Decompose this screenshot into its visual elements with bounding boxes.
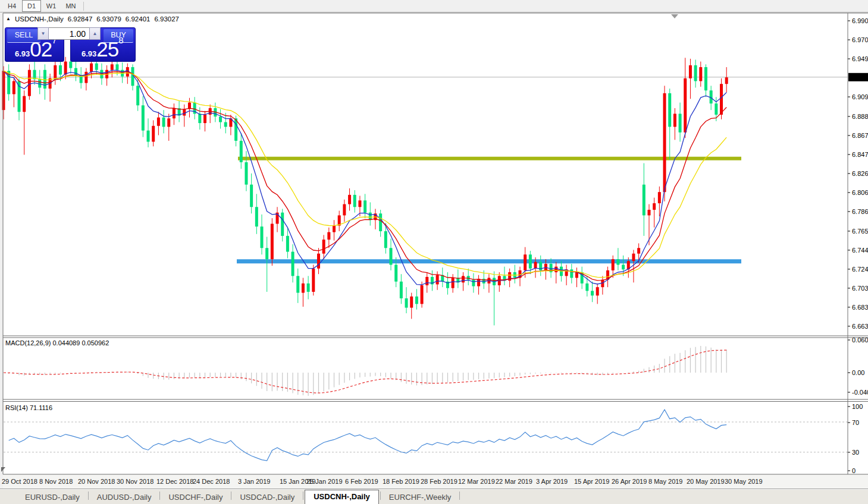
svg-text:-0.04041: -0.04041 — [852, 389, 868, 396]
volume-input[interactable] — [49, 27, 89, 40]
svg-text:RSI(14) 71.1116: RSI(14) 71.1116 — [5, 404, 52, 411]
svg-text:6.90910: 6.90910 — [852, 93, 868, 100]
svg-text:24 Dec 2018: 24 Dec 2018 — [193, 478, 230, 485]
support-hline[interactable] — [237, 259, 741, 263]
volume-control: ▼ ▲ — [37, 27, 101, 40]
sell-price-prefix: 6.93 — [15, 49, 30, 58]
svg-text:3 Apr 2019: 3 Apr 2019 — [536, 478, 568, 485]
svg-text:22 Mar 2019: 22 Mar 2019 — [496, 478, 532, 485]
svg-text:0.06034: 0.06034 — [852, 336, 868, 344]
one-click-trading-widget: SELL 6.93027 BUY 6.93258 ▼ ▲ — [5, 27, 136, 62]
svg-text:29 Oct 2018: 29 Oct 2018 — [2, 478, 37, 485]
svg-text:20 May 2019: 20 May 2019 — [687, 478, 725, 485]
ohlc-close: 6.93027 — [154, 15, 179, 23]
svg-text:0.00: 0.00 — [852, 369, 864, 376]
svg-text:25 Jan 2019: 25 Jan 2019 — [306, 478, 343, 485]
svg-text:6.66310: 6.66310 — [852, 323, 868, 330]
buy-price-prefix: 6.93 — [82, 49, 96, 58]
svg-text:30: 30 — [852, 449, 859, 456]
svg-text:6.97030: 6.97030 — [852, 36, 868, 43]
svg-text:30 May 2019: 30 May 2019 — [725, 478, 763, 485]
svg-text:15 Apr 2019: 15 Apr 2019 — [574, 478, 609, 485]
chart-tab-bar: EURUSD-,DailyAUDUSD-,DailyUSDCHF-,DailyU… — [0, 489, 868, 504]
svg-text:20 Nov 2018: 20 Nov 2018 — [78, 478, 115, 485]
svg-text:8 Nov 2018: 8 Nov 2018 — [39, 478, 73, 485]
svg-text:6.84730: 6.84730 — [852, 151, 868, 158]
svg-text:6 Feb 2019: 6 Feb 2019 — [345, 478, 378, 485]
svg-text:6.68350: 6.68350 — [852, 304, 868, 311]
chart-tab-eurusd[interactable]: EURUSD-,Daily — [18, 491, 87, 504]
macd-label: MACD(12,26,9) 0.044089 0.050962 — [5, 339, 109, 346]
svg-text:6.99070: 6.99070 — [852, 17, 868, 24]
tab-separator — [231, 492, 231, 500]
current-price-tag — [848, 73, 868, 81]
tab-separator — [380, 492, 381, 500]
ohlc-low: 6.92401 — [126, 15, 151, 23]
svg-text:6.74470: 6.74470 — [852, 247, 868, 254]
chart-tab-usdchf[interactable]: USDCHF-,Daily — [161, 491, 230, 504]
svg-text:28 Feb 2019: 28 Feb 2019 — [421, 478, 457, 485]
tab-separator — [159, 492, 160, 500]
svg-text:70: 70 — [852, 419, 859, 426]
svg-text:6.80650: 6.80650 — [852, 189, 868, 196]
svg-text:6.82690: 6.82690 — [852, 170, 868, 177]
svg-text:0: 0 — [852, 467, 856, 474]
buy-price-point: 8 — [118, 35, 123, 45]
collapse-triangle-icon[interactable]: ▲ — [6, 16, 11, 21]
svg-text:12 Mar 2019: 12 Mar 2019 — [458, 478, 495, 485]
tab-separator — [88, 492, 89, 500]
svg-text:26 Apr 2019: 26 Apr 2019 — [612, 478, 647, 485]
svg-text:18 Feb 2019: 18 Feb 2019 — [383, 478, 419, 485]
svg-text:6.76510: 6.76510 — [852, 228, 868, 235]
volume-increase-button[interactable]: ▲ — [89, 27, 101, 40]
mt4-terminal: H4D1W1MN 6.990706.970306.949906.909106.8… — [0, 0, 868, 504]
chart-tab-usdcnh[interactable]: USDCNH-,Daily — [305, 490, 379, 504]
sell-price-pips: 02 — [30, 37, 52, 61]
svg-text:30 Nov 2018: 30 Nov 2018 — [117, 478, 153, 485]
chart-canvas[interactable]: 6.990706.970306.949906.909106.888106.867… — [0, 0, 868, 504]
svg-text:6.94990: 6.94990 — [852, 55, 868, 62]
svg-text:6.88810: 6.88810 — [852, 113, 868, 120]
rsi-label: RSI(14) 71.1116 — [5, 404, 52, 411]
svg-text:6.78610: 6.78610 — [852, 208, 868, 215]
chart-tab-eurchf[interactable]: EURCHF-,Weekly — [382, 491, 459, 504]
tab-separator — [459, 492, 460, 500]
chart-tab-usdcad[interactable]: USDCAD-,Daily — [233, 491, 302, 504]
ohlc-high: 6.93079 — [96, 15, 121, 23]
svg-text:12 Dec 2018: 12 Dec 2018 — [156, 478, 193, 485]
chart-title: ▲ USDCNH-,Daily 6.92847 6.93079 6.92401 … — [6, 15, 179, 23]
svg-text:3 Jan 2019: 3 Jan 2019 — [238, 478, 270, 485]
svg-text:8 May 2019: 8 May 2019 — [648, 478, 682, 485]
svg-text:6.72430: 6.72430 — [852, 266, 868, 273]
svg-text:100: 100 — [852, 403, 863, 410]
svg-text:6.86770: 6.86770 — [852, 132, 868, 139]
symbol-label: USDCNH-,Daily — [15, 15, 64, 23]
buy-price-pips: 25 — [96, 37, 118, 61]
chart-tab-audusd[interactable]: AUDUSD-,Daily — [90, 491, 159, 504]
volume-decrease-button[interactable]: ▼ — [37, 27, 49, 40]
ohlc-open: 6.92847 — [68, 15, 93, 23]
svg-text:MACD(12,26,9) 0.044089 0.05096: MACD(12,26,9) 0.044089 0.050962 — [5, 339, 109, 346]
svg-text:6.70390: 6.70390 — [852, 285, 868, 292]
tab-separator — [303, 492, 303, 500]
